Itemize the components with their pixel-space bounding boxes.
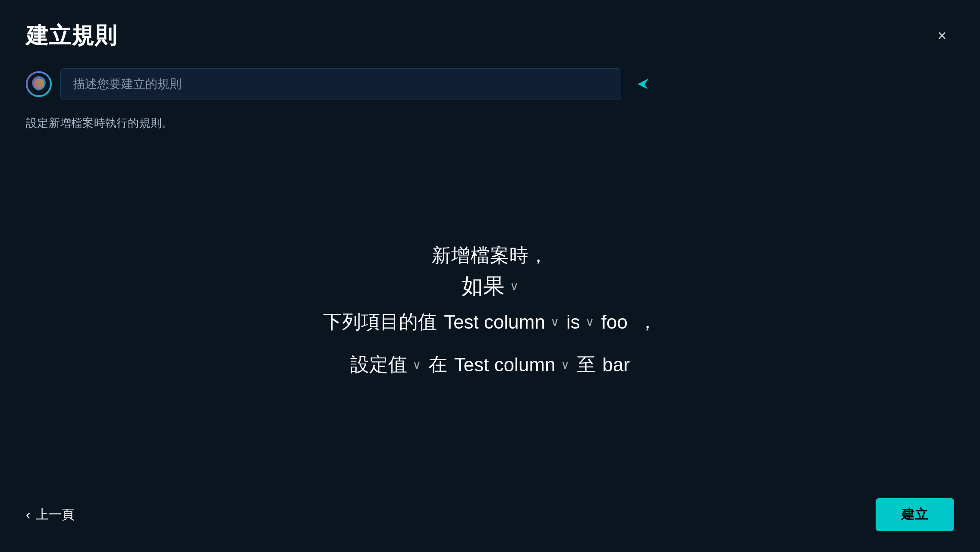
action-value: bar (603, 354, 630, 376)
dialog-title: 建立規則 (26, 21, 117, 51)
action-in-text: 在 (428, 352, 447, 377)
search-row (26, 68, 954, 100)
condition-operator-chevron-icon: ∨ (585, 315, 594, 329)
if-label: 如果 (462, 272, 505, 301)
back-label: 上一頁 (36, 506, 75, 524)
rule-trigger-line: 新增檔案時， (432, 243, 548, 268)
condition-column-chevron-icon: ∨ (550, 315, 559, 329)
rule-description-input[interactable] (60, 68, 621, 100)
rule-content: 新增檔案時， 如果 ∨ 下列項目的值 Test column ∨ is ∨ fo… (26, 157, 954, 489)
close-button[interactable]: × (930, 24, 954, 48)
action-column-dropdown[interactable]: Test column ∨ (454, 354, 570, 376)
condition-value: foo (601, 311, 628, 333)
if-dropdown[interactable]: 如果 ∨ (462, 272, 519, 301)
if-chevron-icon: ∨ (510, 279, 519, 293)
action-type-label: 設定值 (350, 352, 407, 377)
subtitle-text: 設定新增檔案時執行的規則。 (26, 116, 954, 131)
condition-column-label: Test column (444, 311, 545, 333)
action-column-chevron-icon: ∨ (561, 358, 570, 372)
condition-column-dropdown[interactable]: Test column ∨ (444, 311, 559, 333)
rule-action-line: 設定值 ∨ 在 Test column ∨ 至 bar (350, 352, 630, 377)
action-to-text: 至 (577, 352, 596, 377)
condition-operator-label: is (566, 311, 580, 333)
create-button[interactable]: 建立 (876, 498, 954, 531)
dialog-header: 建立規則 × (26, 21, 954, 51)
send-icon (635, 76, 650, 92)
action-type-dropdown[interactable]: 設定值 ∨ (350, 352, 421, 377)
send-button[interactable] (630, 71, 656, 97)
create-rule-dialog: 建立規則 × (0, 0, 980, 552)
condition-comma: ， (638, 309, 657, 335)
dialog-footer: ‹ 上一頁 建立 (26, 489, 954, 531)
back-chevron-icon: ‹ (26, 507, 31, 523)
back-button[interactable]: ‹ 上一頁 (26, 506, 75, 524)
rule-condition-line: 下列項目的值 Test column ∨ is ∨ foo ， (323, 309, 657, 335)
rule-if-line: 如果 ∨ (462, 272, 519, 301)
condition-prefix: 下列項目的值 (323, 309, 437, 335)
action-type-chevron-icon: ∨ (412, 358, 421, 372)
condition-operator-dropdown[interactable]: is ∨ (566, 311, 594, 333)
copilot-icon (26, 71, 52, 97)
action-column-label: Test column (454, 354, 556, 376)
